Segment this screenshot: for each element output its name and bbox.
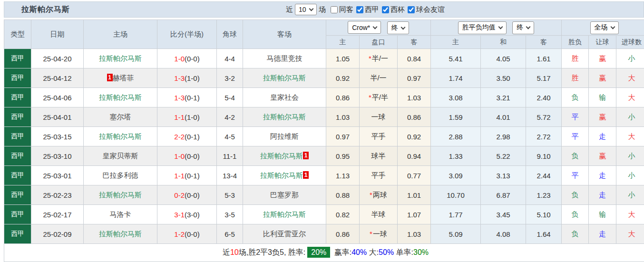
win-rate-badge: 20% bbox=[307, 247, 330, 258]
result-handicap: 赢 bbox=[589, 68, 616, 88]
result-goals: 大 bbox=[616, 205, 644, 224]
avg-type-select[interactable]: 胜平负均值 bbox=[458, 21, 507, 34]
sub-header-avg-home: 主 bbox=[431, 36, 481, 49]
team-name: 拉斯帕尔马斯 bbox=[99, 54, 142, 62]
halftime-score: (1-0) bbox=[185, 74, 200, 82]
score-cell: 1-1(0-1) bbox=[157, 166, 217, 185]
odds-home: 1.13 bbox=[326, 166, 360, 185]
result-outcome: 平 bbox=[562, 166, 589, 185]
stats-text: 40% bbox=[351, 248, 367, 256]
team-name: 拉斯帕尔马斯 bbox=[99, 93, 142, 101]
odds-group-header: Crow* 终 bbox=[326, 20, 431, 36]
odds-source-select[interactable]: Crow* bbox=[348, 21, 381, 34]
halftime-score: (1-0) bbox=[185, 113, 200, 121]
fulltime-score: 0-2 bbox=[174, 191, 185, 199]
odds-home: 1.05 bbox=[326, 49, 360, 68]
match-row: 西甲25-04-06拉斯帕尔马斯1-3(0-1)5-4皇家社会0.86*平/半1… bbox=[4, 88, 644, 107]
odds-time-select[interactable]: 终 bbox=[387, 21, 409, 34]
filter-checkbox[interactable] bbox=[356, 6, 363, 13]
team-name-cell: 比利亚雷亚尔 bbox=[243, 224, 326, 244]
avg-away: 2.44 bbox=[526, 166, 562, 185]
match-date: 25-02-23 bbox=[31, 185, 84, 205]
avg-draw: 4.05 bbox=[481, 49, 526, 68]
filter-checkbox-group: 球会友谊 bbox=[408, 5, 445, 14]
result-handicap: 走 bbox=[589, 185, 616, 205]
result-goals: 小 bbox=[616, 185, 644, 205]
filter-checkbox-group: 同客 bbox=[331, 5, 353, 14]
sub-header-avg-draw: 和 bbox=[481, 36, 526, 49]
result-handicap: 赢 bbox=[589, 146, 616, 166]
avg-away: 9.10 bbox=[526, 146, 562, 166]
team-name-cell: 皇家贝蒂斯 bbox=[84, 146, 157, 166]
score-cell: 0-2(0-0) bbox=[157, 185, 217, 205]
team-name: 皇家贝蒂斯 bbox=[103, 152, 138, 160]
odds-away: 0.97 bbox=[398, 68, 431, 88]
chevron-down-icon bbox=[309, 7, 314, 11]
handicap-line: *一球 bbox=[360, 224, 398, 244]
league-badge: 西甲 bbox=[4, 146, 31, 166]
stats-text: 单率: bbox=[394, 248, 413, 256]
fulltime-score: 1-0 bbox=[174, 55, 185, 63]
fulltime-score: 3-1 bbox=[174, 211, 185, 219]
corner-score: 13-4 bbox=[217, 166, 243, 185]
score-cell: 1-0(0-0) bbox=[157, 49, 217, 68]
handicap-line: *半/一 bbox=[360, 49, 398, 68]
odds-away: 1.07 bbox=[398, 205, 431, 224]
avg-draw: 5.22 bbox=[481, 146, 526, 166]
fulltime-score: 1-3 bbox=[174, 94, 185, 102]
team-name: 拉斯帕尔马斯 bbox=[263, 210, 306, 218]
league-filter-checkboxes: 同客西甲西杯球会友谊 bbox=[328, 5, 445, 14]
team-name-cell: 巴塞罗那 bbox=[243, 185, 326, 205]
result-goals: 大 bbox=[616, 127, 644, 146]
games-label: 场 bbox=[319, 5, 326, 14]
filter-checkbox[interactable] bbox=[408, 6, 415, 13]
avg-time-select[interactable]: 终 bbox=[512, 21, 534, 34]
live-odds-star: * bbox=[370, 230, 372, 238]
result-goals: 小 bbox=[616, 166, 644, 185]
team-name: 拉斯帕尔马斯 bbox=[99, 132, 142, 140]
fulltime-score: 1-2 bbox=[174, 230, 185, 238]
result-goals: 大 bbox=[616, 224, 644, 244]
chevron-down-icon bbox=[526, 25, 531, 29]
team-name-cell: 拉斯帕尔马斯 bbox=[243, 68, 326, 88]
team-name-cell: 马洛卡 bbox=[84, 205, 157, 224]
filter-checkbox[interactable] bbox=[331, 6, 338, 13]
score-cell: 1-1(1-0) bbox=[157, 107, 217, 127]
fulltime-score: 2-2 bbox=[174, 133, 185, 141]
handicap-line: *平/半 bbox=[360, 88, 398, 107]
result-outcome: 平 bbox=[562, 127, 589, 146]
sub-header-outcome: 胜负 bbox=[562, 36, 589, 49]
avg-home: 5.09 bbox=[431, 224, 481, 244]
odds-home: 0.92 bbox=[326, 68, 360, 88]
result-outcome: 胜 bbox=[562, 68, 589, 88]
corner-score: 5-3 bbox=[217, 185, 243, 205]
team-name-cell: 拉斯帕尔马斯1 bbox=[243, 146, 326, 166]
result-goals: 大 bbox=[616, 88, 644, 107]
odds-away: 1.03 bbox=[398, 88, 431, 107]
avg-away: 2.72 bbox=[526, 127, 562, 146]
corner-score: 6-5 bbox=[217, 224, 243, 244]
league-badge: 西甲 bbox=[4, 205, 31, 224]
avg-away: 5.17 bbox=[526, 68, 562, 88]
recent-count-select[interactable]: 10 bbox=[295, 4, 317, 15]
halftime-score: (0-1) bbox=[185, 133, 200, 141]
chevron-down-icon bbox=[373, 24, 378, 29]
corner-score: 4-4 bbox=[217, 49, 243, 68]
team-name-cell: 拉斯帕尔马斯 bbox=[84, 49, 157, 68]
team-name-cell: 拉斯帕尔马斯 bbox=[84, 127, 157, 146]
avg-away: 5.72 bbox=[526, 107, 562, 127]
result-handicap: 输 bbox=[589, 88, 616, 107]
odds-away: 0.92 bbox=[398, 127, 431, 146]
league-badge: 西甲 bbox=[4, 224, 31, 244]
filter-checkbox-label: 同客 bbox=[339, 5, 353, 14]
filter-checkbox[interactable] bbox=[382, 6, 389, 13]
corner-score: 5-4 bbox=[217, 88, 243, 107]
scope-select[interactable]: 全场 bbox=[590, 21, 619, 34]
team-name: 拉斯帕尔马斯 bbox=[260, 152, 303, 160]
score-cell: 2-2(0-1) bbox=[157, 127, 217, 146]
avg-away: 2.40 bbox=[526, 88, 562, 107]
team-name: 巴塞罗那 bbox=[270, 191, 299, 199]
team-name-cell: 马德里竞技 bbox=[243, 49, 326, 68]
stats-text: 30% bbox=[413, 248, 429, 256]
team-name: 拉斯帕尔马斯 bbox=[260, 171, 303, 179]
